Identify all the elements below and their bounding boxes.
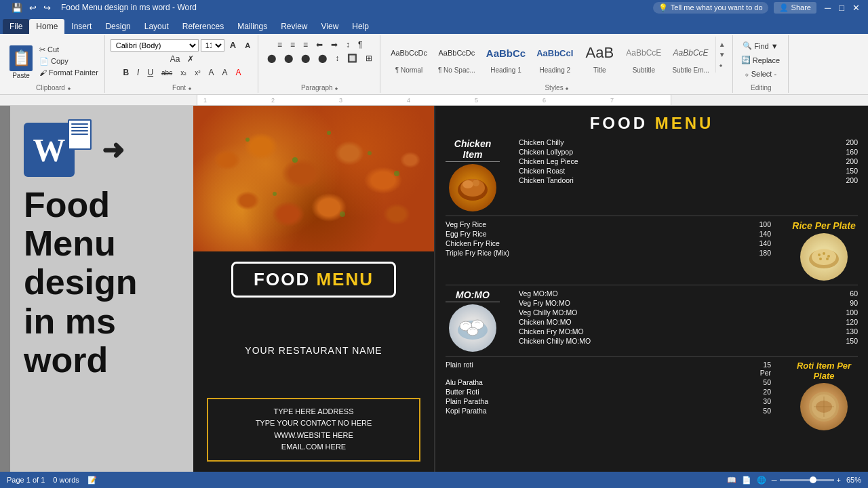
- styles-group-label: Styles ⬥: [545, 84, 569, 92]
- font-color-button[interactable]: A: [233, 66, 245, 79]
- menu-item: Chicken Chilly200: [519, 138, 858, 146]
- tab-layout[interactable]: Layout: [138, 19, 176, 34]
- undo-icon[interactable]: ↩: [27, 1, 39, 14]
- font-shrink-button[interactable]: A: [241, 40, 254, 51]
- superscript-button[interactable]: x²: [191, 68, 203, 78]
- web-layout-icon[interactable]: 🌐: [757, 476, 766, 485]
- ruler-bar: 1 2 3 4 5 6 7: [197, 95, 671, 105]
- rice-section-row: Veg Fry Rice100 Egg Fry Rice140 Chicken …: [446, 220, 858, 285]
- copy-button[interactable]: 📄 Copy: [37, 56, 100, 66]
- flyer-right: FOOD MENU Chicken Item: [434, 106, 868, 472]
- zoom-in-icon[interactable]: +: [837, 476, 841, 484]
- style-subtitle[interactable]: AaBbCcE Subtitle: [621, 37, 666, 77]
- close-button[interactable]: ✕: [850, 3, 863, 13]
- style-nospace[interactable]: AaBbCcDc ¶ No Spac...: [433, 37, 480, 77]
- find-button[interactable]: 🔍 Find ▼: [740, 40, 781, 52]
- proofing-icon[interactable]: 📝: [87, 476, 97, 485]
- styles-expand[interactable]: ⬥: [717, 60, 727, 70]
- save-icon[interactable]: 💾: [9, 1, 24, 14]
- style-heading1[interactable]: AaBbCc Heading 1: [481, 37, 530, 77]
- borders-button[interactable]: ⊞: [362, 52, 376, 64]
- zoom-track[interactable]: [780, 479, 834, 481]
- font-grow-button[interactable]: A: [226, 39, 239, 52]
- multilevel-button[interactable]: ≡: [300, 39, 311, 51]
- momo-menu-items: Veg MO:MO60 Veg Fry MO:MO90 Veg Chilly M…: [519, 289, 858, 346]
- font-size-select[interactable]: 11: [201, 39, 224, 52]
- paragraph-group-label: Paragraph ⬥: [301, 84, 338, 92]
- menu-item: Egg Fry Rice140: [446, 230, 771, 238]
- food-menu-title-box: FOOD MENU: [231, 262, 396, 298]
- share-icon: 👤: [779, 3, 789, 12]
- tab-file[interactable]: File: [3, 19, 29, 34]
- align-center-button[interactable]: ⬤: [281, 52, 296, 64]
- print-layout-icon[interactable]: 📄: [742, 476, 751, 485]
- replace-icon: 🔄: [741, 56, 751, 64]
- menu-item: Chicken Fry MO:MO130: [519, 327, 858, 336]
- case-button[interactable]: Aa: [167, 53, 184, 65]
- sort-button[interactable]: ↕: [342, 39, 353, 51]
- chicken-section-title: Chicken Item: [446, 138, 500, 162]
- replace-button[interactable]: 🔄 Replace: [738, 54, 783, 66]
- font-family-select[interactable]: Calibri (Body): [111, 39, 199, 52]
- tab-mailings[interactable]: Mailings: [231, 19, 274, 34]
- subscript-button[interactable]: x₂: [177, 68, 190, 78]
- align-left-button[interactable]: ⬤: [264, 52, 279, 64]
- maximize-button[interactable]: □: [836, 3, 847, 13]
- numbering-button[interactable]: ≡: [287, 39, 298, 51]
- cut-button[interactable]: ✂ Cut: [37, 45, 100, 55]
- tab-insert[interactable]: Insert: [64, 19, 98, 34]
- bullets-button[interactable]: ≡: [274, 39, 285, 51]
- shading-button[interactable]: 🔲: [344, 52, 361, 64]
- clear-format-button[interactable]: ✗: [184, 53, 197, 65]
- minimize-button[interactable]: ─: [822, 3, 833, 13]
- tab-view[interactable]: View: [315, 19, 346, 34]
- read-mode-icon[interactable]: 📖: [727, 476, 736, 485]
- increase-indent-button[interactable]: ➡: [328, 39, 341, 51]
- select-icon: ⬦: [745, 70, 749, 78]
- italic-button[interactable]: I: [134, 66, 142, 79]
- menu-item: Veg Fry Rice100: [446, 220, 771, 228]
- status-right: 📖 📄 🌐 ─ + 65%: [727, 476, 861, 485]
- bold-button[interactable]: B: [119, 66, 132, 79]
- highlight-button[interactable]: A: [219, 66, 231, 79]
- menu-item: Alu Paratha50: [446, 378, 771, 386]
- tab-review[interactable]: Review: [274, 19, 314, 34]
- zoom-out-icon[interactable]: ─: [772, 476, 777, 484]
- chicken-section-row: Chicken Item Chicken Chilly200 Chicken L…: [446, 138, 858, 216]
- style-normal[interactable]: AaBbCcDc ¶ Normal: [386, 37, 432, 77]
- styles-scroll-down[interactable]: ▼: [717, 49, 727, 60]
- underline-button[interactable]: U: [144, 66, 157, 79]
- style-subtle[interactable]: AaBbCcE Subtle Em...: [667, 37, 713, 77]
- decrease-indent-button[interactable]: ⬅: [313, 39, 326, 51]
- redo-icon[interactable]: ↪: [41, 1, 53, 14]
- momo-section-row: MO:MO Veg: [446, 289, 858, 357]
- strikethrough-button[interactable]: abc: [158, 68, 176, 78]
- tab-references[interactable]: References: [176, 19, 231, 34]
- share-button[interactable]: 👤 Share: [774, 2, 816, 14]
- address-box: TYPE HERE ADDRESS TYPE YOUR CONTACT NO H…: [207, 398, 420, 462]
- flyer-left: FOOD MENU YOUR RESTAURANT NAME TYPE HERE…: [193, 106, 434, 472]
- select-button[interactable]: ⬦ Select -: [742, 68, 779, 79]
- tab-home[interactable]: Home: [29, 19, 64, 34]
- tell-me-box[interactable]: 💡 Tell me what you want to do: [653, 2, 768, 14]
- zoom-slider[interactable]: ─ +: [772, 476, 841, 484]
- chicken-menu-items: Chicken Chilly200 Chicken Lollypop160 Ch…: [519, 138, 858, 186]
- styles-scroll-up[interactable]: ▲: [717, 39, 727, 49]
- rice-section-title: Rice Per Plate: [792, 220, 855, 231]
- font-group: Calibri (Body) 11 A A Aa ✗ B I U abc x₂ …: [106, 35, 258, 93]
- format-painter-button[interactable]: 🖌 Format Painter: [37, 68, 100, 77]
- line-spacing-button[interactable]: ↕: [332, 52, 342, 64]
- show-marks-button[interactable]: ¶: [355, 39, 366, 51]
- menu-item: Veg Chilly MO:MO100: [519, 308, 858, 317]
- paste-button[interactable]: 📋 Paste: [7, 43, 35, 81]
- text-color-button[interactable]: A: [205, 66, 218, 79]
- tab-help[interactable]: Help: [345, 19, 376, 34]
- status-bar: Page 1 of 1 0 words 📝 📖 📄 🌐 ─ + 65%: [0, 472, 868, 488]
- style-title[interactable]: AaB Title: [579, 37, 620, 77]
- style-heading2[interactable]: AaBbCcI Heading 2: [532, 37, 578, 77]
- tab-design[interactable]: Design: [98, 19, 137, 34]
- zoom-level[interactable]: 65%: [846, 476, 861, 484]
- justify-button[interactable]: ⬤: [315, 52, 330, 64]
- align-right-button[interactable]: ⬤: [298, 52, 313, 64]
- status-left: Page 1 of 1 0 words 📝: [7, 476, 97, 485]
